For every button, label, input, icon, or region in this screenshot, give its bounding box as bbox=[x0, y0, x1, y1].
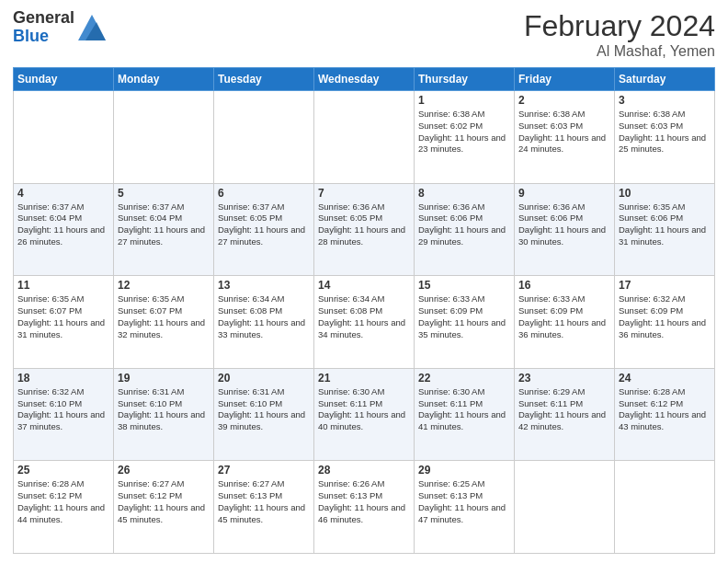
calendar-cell: 18Sunrise: 6:32 AM Sunset: 6:10 PM Dayli… bbox=[14, 368, 114, 461]
calendar-cell: 26Sunrise: 6:27 AM Sunset: 6:12 PM Dayli… bbox=[114, 461, 214, 554]
day-info: Sunrise: 6:38 AM Sunset: 6:02 PM Dayligh… bbox=[418, 109, 510, 155]
calendar-cell: 21Sunrise: 6:30 AM Sunset: 6:11 PM Dayli… bbox=[314, 368, 415, 461]
day-number: 18 bbox=[17, 372, 109, 385]
day-info: Sunrise: 6:37 AM Sunset: 6:05 PM Dayligh… bbox=[218, 201, 310, 248]
day-info: Sunrise: 6:30 AM Sunset: 6:11 PM Dayligh… bbox=[318, 386, 410, 433]
day-number: 17 bbox=[619, 279, 711, 292]
calendar-header: SundayMondayTuesdayWednesdayThursdayFrid… bbox=[14, 68, 715, 91]
day-info: Sunrise: 6:33 AM Sunset: 6:09 PM Dayligh… bbox=[518, 293, 610, 340]
calendar-week-row: 1Sunrise: 6:38 AM Sunset: 6:02 PM Daylig… bbox=[14, 91, 715, 184]
day-info: Sunrise: 6:36 AM Sunset: 6:06 PM Dayligh… bbox=[418, 201, 510, 248]
calendar-cell: 16Sunrise: 6:33 AM Sunset: 6:09 PM Dayli… bbox=[515, 276, 615, 369]
day-number: 28 bbox=[318, 464, 410, 477]
calendar-cell: 25Sunrise: 6:28 AM Sunset: 6:12 PM Dayli… bbox=[14, 461, 114, 554]
day-info: Sunrise: 6:34 AM Sunset: 6:08 PM Dayligh… bbox=[218, 293, 310, 340]
day-info: Sunrise: 6:38 AM Sunset: 6:03 PM Dayligh… bbox=[619, 109, 711, 155]
calendar-cell bbox=[515, 461, 615, 554]
location-title: Al Mashaf, Yemen bbox=[524, 43, 715, 60]
day-info: Sunrise: 6:25 AM Sunset: 6:13 PM Dayligh… bbox=[418, 478, 510, 525]
day-number: 22 bbox=[418, 372, 510, 385]
day-info: Sunrise: 6:30 AM Sunset: 6:11 PM Dayligh… bbox=[418, 386, 510, 433]
weekday-header: Thursday bbox=[415, 68, 515, 91]
day-info: Sunrise: 6:36 AM Sunset: 6:05 PM Dayligh… bbox=[318, 201, 410, 248]
calendar-cell bbox=[114, 91, 214, 184]
day-number: 21 bbox=[318, 372, 410, 385]
day-info: Sunrise: 6:33 AM Sunset: 6:09 PM Dayligh… bbox=[418, 293, 510, 340]
day-info: Sunrise: 6:35 AM Sunset: 6:07 PM Dayligh… bbox=[17, 293, 109, 340]
day-number: 11 bbox=[17, 279, 109, 292]
calendar-week-row: 11Sunrise: 6:35 AM Sunset: 6:07 PM Dayli… bbox=[14, 276, 715, 369]
day-info: Sunrise: 6:29 AM Sunset: 6:11 PM Dayligh… bbox=[518, 386, 610, 433]
day-number: 25 bbox=[17, 464, 109, 477]
day-number: 8 bbox=[418, 187, 510, 200]
day-number: 1 bbox=[418, 94, 510, 107]
day-info: Sunrise: 6:28 AM Sunset: 6:12 PM Dayligh… bbox=[17, 478, 109, 525]
day-number: 20 bbox=[218, 372, 310, 385]
logo: General Blue bbox=[13, 9, 106, 46]
day-number: 7 bbox=[318, 187, 410, 200]
calendar-cell: 10Sunrise: 6:35 AM Sunset: 6:06 PM Dayli… bbox=[615, 183, 715, 276]
day-number: 12 bbox=[118, 279, 210, 292]
day-number: 5 bbox=[118, 187, 210, 200]
day-number: 3 bbox=[619, 94, 711, 107]
day-number: 24 bbox=[619, 372, 711, 385]
logo-general: General bbox=[13, 9, 74, 28]
day-number: 29 bbox=[418, 464, 510, 477]
day-number: 13 bbox=[218, 279, 310, 292]
day-number: 26 bbox=[118, 464, 210, 477]
weekday-header: Tuesday bbox=[214, 68, 314, 91]
calendar-cell: 4Sunrise: 6:37 AM Sunset: 6:04 PM Daylig… bbox=[14, 183, 114, 276]
day-number: 14 bbox=[318, 279, 410, 292]
page-header: General Blue February 2024 Al Mashaf, Ye… bbox=[13, 9, 715, 60]
calendar-cell: 9Sunrise: 6:36 AM Sunset: 6:06 PM Daylig… bbox=[515, 183, 615, 276]
day-number: 19 bbox=[118, 372, 210, 385]
calendar-cell: 24Sunrise: 6:28 AM Sunset: 6:12 PM Dayli… bbox=[615, 368, 715, 461]
day-info: Sunrise: 6:28 AM Sunset: 6:12 PM Dayligh… bbox=[619, 386, 711, 433]
calendar-cell: 28Sunrise: 6:26 AM Sunset: 6:13 PM Dayli… bbox=[314, 461, 415, 554]
day-number: 2 bbox=[518, 94, 610, 107]
day-info: Sunrise: 6:31 AM Sunset: 6:10 PM Dayligh… bbox=[218, 386, 310, 433]
calendar-cell: 14Sunrise: 6:34 AM Sunset: 6:08 PM Dayli… bbox=[314, 276, 415, 369]
calendar-cell: 3Sunrise: 6:38 AM Sunset: 6:03 PM Daylig… bbox=[615, 91, 715, 184]
day-info: Sunrise: 6:32 AM Sunset: 6:09 PM Dayligh… bbox=[619, 293, 711, 340]
day-info: Sunrise: 6:35 AM Sunset: 6:06 PM Dayligh… bbox=[619, 201, 711, 248]
weekday-header: Saturday bbox=[615, 68, 715, 91]
day-number: 27 bbox=[218, 464, 310, 477]
day-number: 16 bbox=[518, 279, 610, 292]
calendar-cell: 13Sunrise: 6:34 AM Sunset: 6:08 PM Dayli… bbox=[214, 276, 314, 369]
logo-icon bbox=[78, 15, 106, 40]
calendar-cell: 23Sunrise: 6:29 AM Sunset: 6:11 PM Dayli… bbox=[515, 368, 615, 461]
calendar-cell: 20Sunrise: 6:31 AM Sunset: 6:10 PM Dayli… bbox=[214, 368, 314, 461]
day-info: Sunrise: 6:27 AM Sunset: 6:13 PM Dayligh… bbox=[218, 478, 310, 525]
day-info: Sunrise: 6:38 AM Sunset: 6:03 PM Dayligh… bbox=[518, 109, 610, 155]
calendar-cell: 1Sunrise: 6:38 AM Sunset: 6:02 PM Daylig… bbox=[415, 91, 515, 184]
calendar-cell: 19Sunrise: 6:31 AM Sunset: 6:10 PM Dayli… bbox=[114, 368, 214, 461]
calendar-cell: 15Sunrise: 6:33 AM Sunset: 6:09 PM Dayli… bbox=[415, 276, 515, 369]
calendar-cell bbox=[14, 91, 114, 184]
day-number: 23 bbox=[518, 372, 610, 385]
calendar-cell: 7Sunrise: 6:36 AM Sunset: 6:05 PM Daylig… bbox=[314, 183, 415, 276]
day-info: Sunrise: 6:37 AM Sunset: 6:04 PM Dayligh… bbox=[118, 201, 210, 248]
day-info: Sunrise: 6:31 AM Sunset: 6:10 PM Dayligh… bbox=[118, 386, 210, 433]
day-number: 9 bbox=[518, 187, 610, 200]
month-title: February 2024 bbox=[524, 9, 715, 43]
day-info: Sunrise: 6:32 AM Sunset: 6:10 PM Dayligh… bbox=[17, 386, 109, 433]
day-info: Sunrise: 6:36 AM Sunset: 6:06 PM Dayligh… bbox=[518, 201, 610, 248]
day-number: 15 bbox=[418, 279, 510, 292]
calendar-table: SundayMondayTuesdayWednesdayThursdayFrid… bbox=[13, 67, 715, 554]
day-info: Sunrise: 6:35 AM Sunset: 6:07 PM Dayligh… bbox=[118, 293, 210, 340]
calendar-cell: 29Sunrise: 6:25 AM Sunset: 6:13 PM Dayli… bbox=[415, 461, 515, 554]
day-number: 10 bbox=[619, 187, 711, 200]
calendar-cell: 17Sunrise: 6:32 AM Sunset: 6:09 PM Dayli… bbox=[615, 276, 715, 369]
weekday-header: Friday bbox=[515, 68, 615, 91]
weekday-header: Wednesday bbox=[314, 68, 415, 91]
calendar-cell: 12Sunrise: 6:35 AM Sunset: 6:07 PM Dayli… bbox=[114, 276, 214, 369]
calendar-cell bbox=[214, 91, 314, 184]
calendar-cell: 11Sunrise: 6:35 AM Sunset: 6:07 PM Dayli… bbox=[14, 276, 114, 369]
logo-blue: Blue bbox=[13, 28, 74, 46]
calendar-cell bbox=[615, 461, 715, 554]
day-info: Sunrise: 6:37 AM Sunset: 6:04 PM Dayligh… bbox=[17, 201, 109, 248]
day-number: 6 bbox=[218, 187, 310, 200]
calendar-week-row: 18Sunrise: 6:32 AM Sunset: 6:10 PM Dayli… bbox=[14, 368, 715, 461]
calendar-cell: 8Sunrise: 6:36 AM Sunset: 6:06 PM Daylig… bbox=[415, 183, 515, 276]
